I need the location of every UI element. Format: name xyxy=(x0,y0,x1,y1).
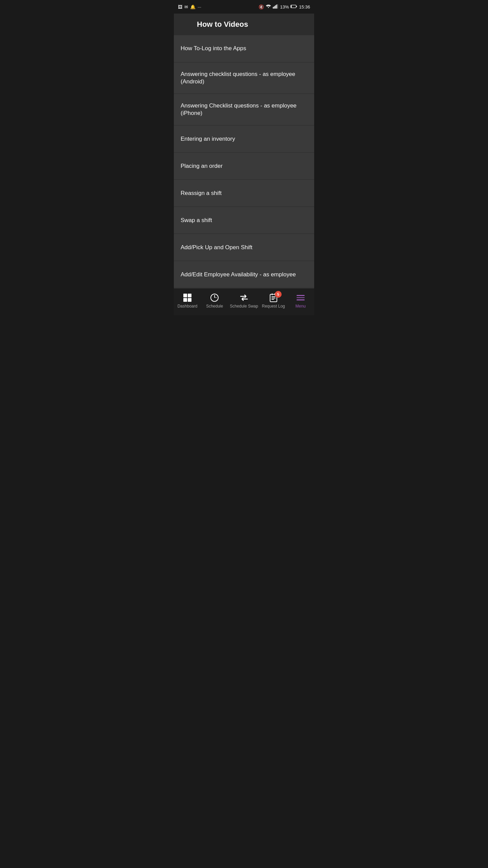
svg-rect-3 xyxy=(276,4,277,8)
video-item-text: How To-Log into the Apps xyxy=(181,45,246,52)
signal-icon xyxy=(273,4,278,10)
mute-icon: 🔇 xyxy=(259,4,264,9)
schedule-swap-icon xyxy=(239,293,249,302)
more-icon: ··· xyxy=(198,4,201,9)
svg-rect-6 xyxy=(296,6,297,7)
schedule-icon xyxy=(210,293,219,302)
svg-rect-9 xyxy=(271,296,276,297)
video-item-text: Answering checklist questions - as emplo… xyxy=(181,71,307,85)
menu-icon xyxy=(296,293,305,302)
video-item-text: Add/Pick Up and Open Shift xyxy=(181,244,252,251)
svg-rect-10 xyxy=(271,298,276,298)
nav-label-schedule-swap: Schedule Swap xyxy=(230,304,258,309)
nav-label-menu: Menu xyxy=(296,304,306,309)
nav-label-schedule: Schedule xyxy=(206,304,223,309)
mail-icon: ✉ xyxy=(184,4,188,9)
video-item-text: Swap a shift xyxy=(181,217,212,224)
nav-item-menu[interactable]: Menu xyxy=(289,293,312,309)
notification-icon: 🔔 xyxy=(190,4,196,9)
status-bar-left: 🖼 ✉ 🔔 ··· xyxy=(178,4,201,9)
back-button[interactable] xyxy=(179,18,191,31)
video-list-item[interactable]: Placing an order xyxy=(174,153,314,180)
status-bar-right: 🔇 13% 15:36 xyxy=(259,4,310,10)
video-list-item[interactable]: Add/Edit Employee Availability - as empl… xyxy=(174,261,314,288)
page-title: How to Videos xyxy=(197,20,248,29)
video-list-item[interactable]: How To-Log into the Apps xyxy=(174,35,314,62)
nav-item-schedule-swap[interactable]: Schedule Swap xyxy=(230,293,258,309)
dashboard-icon xyxy=(183,293,192,302)
video-list: How To-Log into the AppsAnswering checkl… xyxy=(174,35,314,288)
battery-icon xyxy=(290,4,297,9)
video-list-item[interactable]: Answering Checklist questions - as emplo… xyxy=(174,94,314,125)
video-item-text: Entering an inventory xyxy=(181,135,235,143)
nav-item-dashboard[interactable]: Dashboard xyxy=(176,293,199,309)
video-item-text: Reassign a shift xyxy=(181,190,222,197)
bottom-navigation: Dashboard Schedule Schedule Swap 5 R xyxy=(174,288,314,315)
photo-icon: 🖼 xyxy=(178,4,182,9)
time-display: 15:36 xyxy=(299,4,310,9)
status-bar: 🖼 ✉ 🔔 ··· 🔇 13% xyxy=(174,0,314,14)
video-item-text: Add/Edit Employee Availability - as empl… xyxy=(181,271,296,278)
wifi-icon xyxy=(266,4,271,10)
nav-label-dashboard: Dashboard xyxy=(178,304,198,309)
battery-percentage: 13% xyxy=(280,4,289,9)
request-log-badge: 5 xyxy=(275,291,282,298)
video-list-item[interactable]: Reassign a shift xyxy=(174,180,314,207)
svg-rect-2 xyxy=(275,5,276,8)
svg-rect-11 xyxy=(271,299,274,300)
page-header: How to Videos xyxy=(174,14,314,35)
svg-rect-4 xyxy=(277,4,278,8)
svg-rect-7 xyxy=(291,5,292,7)
video-list-item[interactable]: Entering an inventory xyxy=(174,125,314,153)
nav-item-schedule[interactable]: Schedule xyxy=(203,293,226,309)
svg-rect-0 xyxy=(273,7,273,8)
nav-label-request-log: Request Log xyxy=(262,304,285,309)
nav-item-request-log[interactable]: 5 Request Log xyxy=(262,293,285,309)
video-list-item[interactable]: Answering checklist questions - as emplo… xyxy=(174,62,314,94)
video-list-item[interactable]: Swap a shift xyxy=(174,207,314,234)
video-item-text: Answering Checklist questions - as emplo… xyxy=(181,102,307,117)
video-list-item[interactable]: Add/Pick Up and Open Shift xyxy=(174,234,314,261)
svg-rect-1 xyxy=(274,6,275,8)
request-log-icon: 5 xyxy=(269,293,278,302)
video-item-text: Placing an order xyxy=(181,162,223,170)
